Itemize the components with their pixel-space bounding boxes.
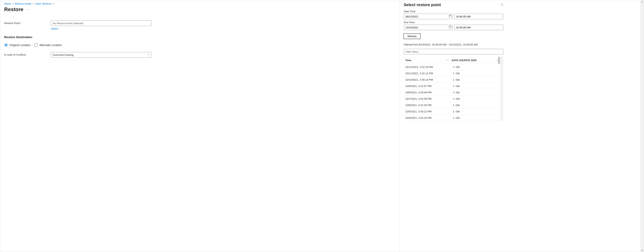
calendar-icon[interactable] [449,15,452,18]
radio-alternate-location[interactable]: Alternate Location [34,43,62,47]
end-time-input[interactable] [454,25,503,30]
cell-size: 1Gib [450,89,500,96]
select-restore-point-panel: Select restore point Start Time [400,0,507,252]
restore-point-input[interactable] [51,20,151,26]
cell-time: 10/6/2021, 3:31:30 PM [404,102,450,108]
table-row[interactable]: 10/10/2021, 3:30:14 PM1Gib [404,77,500,83]
close-icon [500,3,503,6]
cell-size: 1Gib [450,108,500,115]
breadcrumb-start-restore[interactable]: Start: Restore [36,2,51,5]
radio-unchecked-icon [34,43,38,47]
cell-size: 1Gib [450,70,500,77]
cell-time: 10/9/2021, 3:31:57 PM [404,83,450,89]
end-date-input[interactable] [404,25,453,30]
table-row[interactable]: 10/12/2021, 3:32:19 PM1Gib [404,64,500,70]
col-time-header[interactable]: Time ↑↓ [404,57,450,64]
conflicts-label: In case of Conflicts [4,52,51,56]
cell-time: 10/5/2021, 3:30:22 PM [404,108,450,115]
restore-points-table: Time ↑↓ DATA SOURCE SIZE ↑↓ 10/12/202 [404,57,500,121]
more-actions-button[interactable]: ··· [27,8,30,11]
table-row[interactable]: 10/4/2021, 3:32:18 PM1Gib [404,115,500,121]
conflicts-value: Overwrite Existing [53,53,74,56]
select-restore-point-link[interactable]: Select [51,27,58,30]
restore-point-label: Restore Point* [4,20,51,25]
chevron-right-icon: > [12,2,14,5]
close-button[interactable] [500,3,503,6]
radio-checked-icon [4,43,8,47]
page-title: Restore [4,6,24,12]
panel-scrollbar[interactable]: ▲ ▼ [640,0,644,252]
table-row[interactable]: 10/8/2021, 3:30:48 PM1Gib [404,89,500,96]
svg-rect-0 [449,15,451,17]
table-row[interactable]: 10/6/2021, 3:31:30 PM1Gib [404,102,500,108]
filter-summary: Filtered from 9/13/2021, 10:45:05 AM - 1… [404,43,503,46]
refresh-button[interactable]: Refresh [404,34,420,39]
radio-alternate-label: Alternate Location [39,43,62,47]
cell-size: 1Gib [450,102,500,108]
radio-original-location[interactable]: Original Location [4,43,30,47]
start-date-input[interactable] [404,14,453,19]
table-row[interactable]: 10/5/2021, 3:30:22 PM1Gib [404,108,500,115]
filter-items-input[interactable] [404,49,503,54]
scroll-up-icon: ▲ [642,0,643,3]
chevron-right-icon: > [32,2,34,5]
breadcrumb: Home > Backup center > Start: Restore > [4,2,396,5]
chevron-down-icon [147,53,150,56]
table-row[interactable]: 10/11/2021, 3:31:12 PM1Gib [404,70,500,77]
col-size-header[interactable]: DATA SOURCE SIZE ↑↓ [450,57,500,64]
cell-size: 1Gib [450,64,500,70]
panel-title: Select restore point [404,2,441,7]
cell-time: 10/10/2021, 3:30:14 PM [404,77,450,83]
breadcrumb-backup-center[interactable]: Backup center [15,2,32,5]
svg-rect-4 [449,26,451,28]
restore-destination-heading: Restore Destination [4,35,396,39]
radio-original-label: Original Location [10,43,30,47]
cell-time: 10/11/2021, 3:31:12 PM [404,70,450,77]
table-row[interactable]: 10/7/2021, 3:32:36 PM1Gib [404,96,500,102]
main-content: Home > Backup center > Start: Restore > … [0,0,400,252]
breadcrumb-home[interactable]: Home [4,2,11,5]
cell-size: 1Gib [450,83,500,89]
cell-size: 1Gib [450,96,500,102]
cell-size: 1Gib [450,115,500,121]
calendar-icon[interactable] [449,26,452,29]
end-time-label: End Time [404,21,503,24]
scroll-down-icon: ▼ [642,249,643,252]
cell-time: 10/12/2021, 3:32:19 PM [404,64,450,70]
cell-size: 1Gib [450,77,500,83]
conflicts-select[interactable]: Overwrite Existing [51,52,151,58]
cell-time: 10/4/2021, 3:32:18 PM [404,115,450,121]
chevron-right-icon: > [52,2,54,5]
cell-time: 10/8/2021, 3:30:48 PM [404,89,450,96]
cell-time: 10/7/2021, 3:32:36 PM [404,96,450,102]
sort-icon: ↑↓ [446,59,448,61]
sort-icon: ↑↓ [496,59,499,61]
table-row[interactable]: 10/9/2021, 3:31:57 PM1Gib [404,83,500,89]
start-time-input[interactable] [454,14,503,19]
start-time-label: Start Time [404,10,503,13]
